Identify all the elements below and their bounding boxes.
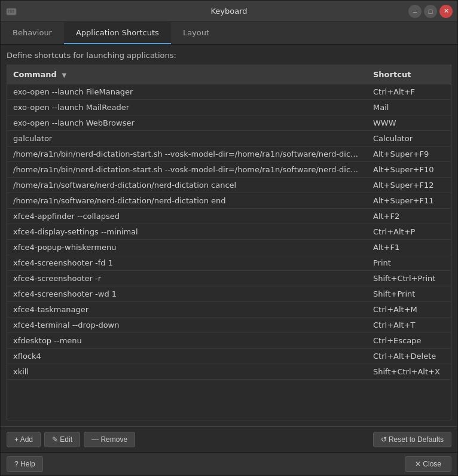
keyboard-icon [5, 5, 17, 17]
table-row[interactable]: xfce4-display-settings --minimalCtrl+Alt… [7, 224, 451, 240]
table-cell-shortcut: Shift+Ctrl+Alt+X [367, 364, 451, 380]
table-cell-command: xfdesktop --menu [7, 333, 367, 349]
table-cell-shortcut: Ctrl+Alt+M [367, 302, 451, 318]
table-cell-command: /home/ra1n/software/nerd-dictation/nerd-… [7, 178, 367, 193]
svg-rect-4 [13, 10, 14, 11]
bottom-action-bar: + Add ✎ Edit — Remove ↺ Reset to Default… [1, 426, 457, 452]
shortcuts-table: Command ▼ Shortcut exo-open --launch Fil… [7, 65, 451, 380]
svg-rect-5 [8, 11, 9, 13]
table-cell-command: xfce4-screenshooter -fd 1 [7, 255, 367, 271]
table-cell-command: /home/ra1n/bin/nerd-dictation-start.sh -… [7, 162, 367, 178]
table-cell-command: xfce4-display-settings --minimal [7, 224, 367, 240]
table-row[interactable]: xfce4-screenshooter -wd 1Shift+Print [7, 286, 451, 302]
content-area: Define shortcuts for launching applicati… [1, 45, 457, 426]
window-title: Keyboard [210, 7, 247, 16]
table-row[interactable]: /home/ra1n/bin/nerd-dictation-start.sh -… [7, 162, 451, 178]
tab-behaviour[interactable]: Behaviour [1, 22, 64, 44]
table-cell-command: xfce4-taskmanager [7, 302, 367, 318]
table-cell-command: /home/ra1n/software/nerd-dictation/nerd-… [7, 193, 367, 209]
maximize-button[interactable]: □ [424, 5, 437, 18]
shortcuts-table-container[interactable]: Command ▼ Shortcut exo-open --launch Fil… [7, 65, 451, 420]
help-button[interactable]: ? Help [7, 456, 43, 472]
description-text: Define shortcuts for launching applicati… [7, 51, 451, 60]
column-header-shortcut[interactable]: Shortcut [367, 65, 451, 84]
svg-rect-7 [13, 11, 14, 13]
table-row[interactable]: xfce4-appfinder --collapsedAlt+F2 [7, 209, 451, 224]
table-cell-shortcut: WWW [367, 115, 451, 131]
table-row[interactable]: exo-open --launch WebBrowserWWW [7, 115, 451, 131]
table-row[interactable]: galculatorCalculator [7, 131, 451, 147]
add-button[interactable]: + Add [7, 432, 41, 447]
table-cell-shortcut: Print [367, 255, 451, 271]
titlebar-controls: – □ ✕ [408, 5, 453, 18]
close-window-button[interactable]: ✕ [439, 5, 453, 18]
table-cell-shortcut: Shift+Print [367, 286, 451, 302]
titlebar-left [5, 5, 17, 17]
table-cell-command: xfce4-screenshooter -wd 1 [7, 286, 367, 302]
table-cell-shortcut: Ctrl+Alt+T [367, 318, 451, 333]
table-cell-shortcut: Calculator [367, 131, 451, 147]
svg-rect-1 [8, 10, 9, 11]
table-row[interactable]: xfce4-terminal --drop-downCtrl+Alt+T [7, 318, 451, 333]
table-row[interactable]: /home/ra1n/bin/nerd-dictation-start.sh -… [7, 147, 451, 162]
remove-button[interactable]: — Remove [84, 432, 135, 447]
minimize-button[interactable]: – [408, 5, 422, 18]
tab-bar: Behaviour Application Shortcuts Layout [1, 22, 457, 45]
table-row[interactable]: /home/ra1n/software/nerd-dictation/nerd-… [7, 178, 451, 193]
table-row[interactable]: xkillShift+Ctrl+Alt+X [7, 364, 451, 380]
table-cell-shortcut: Shift+Ctrl+Print [367, 271, 451, 286]
table-cell-shortcut: Alt+F1 [367, 240, 451, 255]
table-row[interactable]: xfdesktop --menuCtrl+Escape [7, 333, 451, 349]
main-window: Keyboard – □ ✕ Behaviour Application Sho… [0, 0, 458, 476]
tab-layout[interactable]: Layout [171, 22, 221, 44]
table-row[interactable]: xfce4-taskmanagerCtrl+Alt+M [7, 302, 451, 318]
svg-rect-2 [10, 10, 11, 11]
table-row[interactable]: xfce4-screenshooter -rShift+Ctrl+Print [7, 271, 451, 286]
table-row[interactable]: xflock4Ctrl+Alt+Delete [7, 349, 451, 364]
edit-button[interactable]: ✎ Edit [44, 432, 80, 447]
table-cell-shortcut: Alt+Super+F9 [367, 147, 451, 162]
table-cell-command: galculator [7, 131, 367, 147]
table-cell-command: xfce4-terminal --drop-down [7, 318, 367, 333]
titlebar: Keyboard – □ ✕ [1, 1, 457, 22]
table-header-row: Command ▼ Shortcut [7, 65, 451, 84]
table-cell-shortcut: Mail [367, 100, 451, 115]
svg-rect-3 [11, 10, 13, 11]
table-cell-command: /home/ra1n/bin/nerd-dictation-start.sh -… [7, 147, 367, 162]
shortcuts-table-body: exo-open --launch FileManagerCtrl+Alt+Fe… [7, 84, 451, 380]
bottom-left-actions: + Add ✎ Edit — Remove [7, 432, 135, 447]
tab-application-shortcuts[interactable]: Application Shortcuts [64, 22, 171, 44]
table-row[interactable]: xfce4-popup-whiskermenuAlt+F1 [7, 240, 451, 255]
column-header-command[interactable]: Command ▼ [7, 65, 367, 84]
table-row[interactable]: exo-open --launch MailReaderMail [7, 100, 451, 115]
close-button[interactable]: ✕ Close [405, 456, 451, 472]
table-cell-command: exo-open --launch FileManager [7, 84, 367, 100]
table-cell-command: exo-open --launch MailReader [7, 100, 367, 115]
table-cell-shortcut: Ctrl+Escape [367, 333, 451, 349]
table-cell-shortcut: Ctrl+Alt+Delete [367, 349, 451, 364]
reset-to-defaults-button[interactable]: ↺ Reset to Defaults [373, 432, 451, 447]
table-cell-shortcut: Ctrl+Alt+P [367, 224, 451, 240]
table-cell-shortcut: Alt+Super+F12 [367, 178, 451, 193]
table-cell-command: exo-open --launch WebBrowser [7, 115, 367, 131]
table-cell-command: xfce4-screenshooter -r [7, 271, 367, 286]
table-cell-shortcut: Alt+Super+F11 [367, 193, 451, 209]
table-row[interactable]: /home/ra1n/software/nerd-dictation/nerd-… [7, 193, 451, 209]
table-cell-command: xkill [7, 364, 367, 380]
table-cell-shortcut: Alt+Super+F10 [367, 162, 451, 178]
table-cell-shortcut: Ctrl+Alt+F [367, 84, 451, 100]
sort-icon: ▼ [62, 72, 66, 78]
table-row[interactable]: exo-open --launch FileManagerCtrl+Alt+F [7, 84, 451, 100]
table-row[interactable]: xfce4-screenshooter -fd 1Print [7, 255, 451, 271]
footer: ? Help ✕ Close [1, 452, 457, 475]
table-cell-command: xflock4 [7, 349, 367, 364]
table-cell-command: xfce4-appfinder --collapsed [7, 209, 367, 224]
table-cell-shortcut: Alt+F2 [367, 209, 451, 224]
table-cell-command: xfce4-popup-whiskermenu [7, 240, 367, 255]
svg-rect-6 [10, 11, 13, 13]
